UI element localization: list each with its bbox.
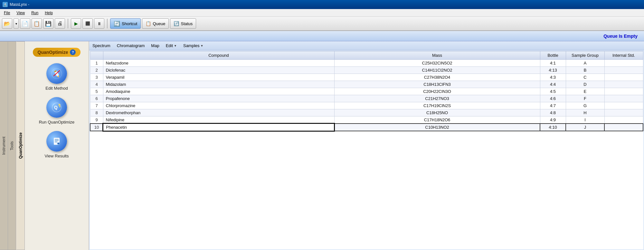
col-header-compound: Compound xyxy=(103,51,334,60)
cell-mass: C27H38N2O4 xyxy=(334,74,540,81)
queue-label: Queue xyxy=(153,21,165,26)
stop-button[interactable]: ⬛ xyxy=(82,18,93,29)
cell-internal-std xyxy=(604,109,643,116)
view-results-button[interactable]: View Results xyxy=(45,131,69,158)
cell-internal-std xyxy=(604,81,643,88)
col-header-bottle: Bottle xyxy=(540,51,566,60)
cell-internal-std xyxy=(604,74,643,81)
cell-compound[interactable]: Midazolam xyxy=(103,81,334,88)
cell-internal-std xyxy=(604,95,643,102)
table-row[interactable]: 1NefazodoneC25H32ClN5O24:1A xyxy=(90,60,643,67)
compound-table-container[interactable]: Compound Mass Bottle Sample Group Intern… xyxy=(90,51,643,249)
cell-row-num: 10 xyxy=(90,124,103,131)
cell-row-num: 2 xyxy=(90,67,103,74)
cell-compound[interactable]: Diclofenac xyxy=(103,67,334,74)
table-row[interactable]: 7ChlorpromazineC17H19ClN2S4:7G xyxy=(90,102,643,109)
sidebar-tab-tools[interactable]: Tools xyxy=(8,41,16,250)
cell-internal-std xyxy=(604,102,643,109)
table-row[interactable]: 5AmodiaquineC20H22ClN3O4:5E xyxy=(90,88,643,95)
edit-dropdown-arrow: ▼ xyxy=(174,44,177,47)
shortcut-label: Shortcut xyxy=(122,21,137,26)
view-results-svg xyxy=(51,136,62,147)
menu-help[interactable]: Help xyxy=(42,10,55,16)
status-label: Status xyxy=(181,21,193,26)
play-button[interactable]: ▶ xyxy=(71,18,81,29)
table-row[interactable]: 10PhenacetinC10H13NO24:10J xyxy=(90,124,643,131)
cell-internal-std xyxy=(604,88,643,95)
cell-internal-std xyxy=(604,124,643,131)
menu-samples[interactable]: Samples ▼ xyxy=(183,43,204,48)
status-button[interactable]: 🔃 Status xyxy=(170,18,196,29)
table-row[interactable]: 8DextromethorphanC18H25NO4:8H xyxy=(90,109,643,116)
cell-compound[interactable]: Nefazodone xyxy=(103,60,334,67)
pause-button[interactable]: ⏸ xyxy=(94,18,104,29)
table-row[interactable]: 2DiclofenacC14H11Cl2NO24:13B xyxy=(90,67,643,74)
cell-mass: C21H27NO3 xyxy=(334,95,540,102)
menu-spectrum[interactable]: Spectrum xyxy=(92,43,110,48)
run-quanoptimize-label: Run QuanOptimize xyxy=(39,120,75,125)
copy-button[interactable]: 📋 xyxy=(32,18,42,29)
cell-mass: C25H32ClN5O2 xyxy=(334,60,540,67)
view-results-icon xyxy=(46,131,67,152)
run-quanoptimize-button[interactable]: Q ★ ✦ Run QuanOptimize xyxy=(39,97,75,125)
cell-mass: C17H18N2O6 xyxy=(334,116,540,124)
cell-bottle: 4:3 xyxy=(540,74,566,81)
cell-mass: C18H13ClFN3 xyxy=(334,81,540,88)
col-header-num xyxy=(90,51,103,60)
shortcut-button[interactable]: 🔄 Shortcut xyxy=(110,18,141,29)
cell-bottle: 4:7 xyxy=(540,102,566,109)
cell-bottle: 4:4 xyxy=(540,81,566,88)
cell-mass: C17H19ClN2S xyxy=(334,102,540,109)
cell-sample-group: F xyxy=(566,95,604,102)
status-icon: 🔃 xyxy=(174,21,179,26)
app-icon: 🔬 xyxy=(3,2,8,7)
sidebar-tab-quanoptimize[interactable]: QuanOptimize xyxy=(16,41,25,250)
cell-compound[interactable]: Amodiaquine xyxy=(103,88,334,95)
edit-method-svg xyxy=(51,68,62,79)
cell-compound[interactable]: Dextromethorphan xyxy=(103,109,334,116)
svg-text:✦: ✦ xyxy=(59,105,61,108)
cell-sample-group: D xyxy=(566,81,604,88)
open-folder-button[interactable]: 📂 xyxy=(2,18,12,29)
cell-sample-group: E xyxy=(566,88,604,95)
cell-compound[interactable]: Propafenone xyxy=(103,95,334,102)
separator-1 xyxy=(68,19,68,28)
queue-button[interactable]: 📋 Queue xyxy=(142,18,169,29)
table-row[interactable]: 9NifedipineC17H18N2O64:9I xyxy=(90,116,643,124)
menu-run[interactable]: Run xyxy=(29,10,41,16)
cell-internal-std xyxy=(604,67,643,74)
cell-sample-group: G xyxy=(566,102,604,109)
menu-edit[interactable]: Edit ▼ xyxy=(166,43,177,48)
cell-compound[interactable]: Nifedipine xyxy=(103,116,334,124)
table-row[interactable]: 3VerapamilC27H38N2O44:3C xyxy=(90,74,643,81)
cell-bottle: 4:6 xyxy=(540,95,566,102)
cell-compound[interactable]: Chlorpromazine xyxy=(103,102,334,109)
cell-bottle: 4:5 xyxy=(540,88,566,95)
compound-table: Compound Mass Bottle Sample Group Intern… xyxy=(90,51,643,131)
menu-view[interactable]: View xyxy=(14,10,27,16)
sidebar-tab-instrument[interactable]: Instrument xyxy=(0,41,8,250)
edit-method-icon xyxy=(46,63,67,84)
menu-file[interactable]: File xyxy=(1,10,13,16)
cell-bottle: 4:10 xyxy=(540,124,566,131)
folder-dropdown-button[interactable]: ▾ xyxy=(14,18,19,29)
queue-icon: 📋 xyxy=(146,21,151,26)
menu-chromatogram[interactable]: Chromatogram xyxy=(117,43,145,48)
left-panel: QuanOptimize ? xyxy=(25,41,89,250)
menu-map[interactable]: Map xyxy=(151,43,159,48)
cell-mass: C14H11Cl2NO2 xyxy=(334,67,540,74)
table-row[interactable]: 4MidazolamC18H13ClFN34:4D xyxy=(90,81,643,88)
content-menu: Spectrum Chromatogram Map Edit ▼ Samples… xyxy=(89,41,644,50)
new-doc-button[interactable]: 📄 xyxy=(20,18,30,29)
cell-compound[interactable]: Phenacetin xyxy=(103,124,334,131)
cell-sample-group: H xyxy=(566,109,604,116)
quanoptimize-help-icon[interactable]: ? xyxy=(70,49,76,55)
queue-status-text: Queue Is Empty xyxy=(603,34,638,39)
save-button[interactable]: 💾 xyxy=(43,18,53,29)
print-button[interactable]: 🖨 xyxy=(55,18,65,29)
run-quanoptimize-svg: Q ★ ✦ xyxy=(51,102,62,113)
cell-row-num: 1 xyxy=(90,60,103,67)
edit-method-button[interactable]: Edit Method xyxy=(45,63,68,91)
cell-compound[interactable]: Verapamil xyxy=(103,74,334,81)
table-row[interactable]: 6PropafenoneC21H27NO34:6F xyxy=(90,95,643,102)
